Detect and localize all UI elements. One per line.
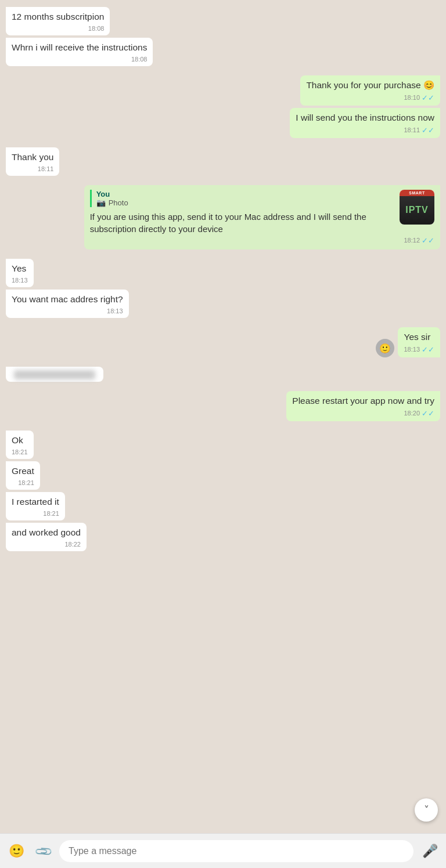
emoji-button[interactable]: 🙂	[6, 841, 27, 862]
msg-time: 18:22	[64, 540, 81, 549]
message-6-quote: You 📷 Photo If you are using this app, s…	[84, 185, 440, 249]
quote-row: You 📷 Photo If you are using this app, s…	[90, 190, 434, 235]
msg-text: I will send you the instructions now	[296, 113, 434, 122]
message-2: Whrn i will receive the instructions 18:…	[6, 38, 153, 66]
message-8: You want mac addres right? 18:13	[6, 290, 129, 318]
message-11: Please restart your app now and try 18:2…	[286, 391, 440, 421]
msg-time: 18:12	[404, 237, 420, 244]
mic-icon: 🎤	[422, 844, 438, 859]
read-ticks: ✓✓	[422, 408, 434, 419]
msg-time: 18:11	[404, 126, 420, 135]
msg-time: 18:08	[131, 55, 148, 64]
msg-time: 18:21	[18, 479, 34, 487]
camera-icon: 📷	[96, 198, 106, 207]
msg-text: Yes sir	[404, 332, 430, 342]
message-9-row: 🙂 Yes sir 18:13 ✓✓	[6, 327, 440, 357]
paperclip-icon: 📎	[33, 841, 53, 861]
quote-preview-text: Photo	[109, 198, 128, 207]
msg-text: 12 months subscritpion	[12, 12, 104, 21]
read-ticks: ✓✓	[422, 345, 434, 355]
msg-text: and worked good	[12, 527, 81, 537]
quote-preview: 📷 Photo	[96, 198, 396, 207]
chat-area: 12 months subscritpion 18:08 Whrn i will…	[0, 0, 446, 833]
quote-author: You	[96, 190, 396, 198]
emoji-icon: 🙂	[9, 844, 24, 859]
msg-text: Thank you for your purchase 😊	[306, 80, 434, 90]
msg-time: 18:08	[88, 24, 105, 33]
input-bar: 🙂 📎 🎤	[0, 833, 446, 868]
message-5: Thank you 18:11	[6, 147, 59, 176]
avatar-icon: 🙂	[376, 339, 394, 357]
message-13: Great 18:21	[6, 461, 40, 490]
msg-time: 18:21	[12, 448, 28, 457]
read-ticks: ✓✓	[422, 93, 434, 103]
mic-button[interactable]: 🎤	[419, 841, 440, 862]
attach-button[interactable]: 📎	[33, 841, 53, 862]
msg-time: 18:13	[404, 345, 420, 354]
msg-text: Please restart your app now and try	[292, 396, 434, 406]
read-ticks: ✓✓	[422, 236, 434, 245]
msg-time: 18:20	[404, 409, 420, 418]
msg-text: Ok	[12, 435, 23, 445]
msg-time: 18:13	[12, 276, 28, 285]
blurred-name	[14, 370, 95, 379]
message-15: and worked good 18:22	[6, 523, 87, 551]
msg-text: Yes	[12, 263, 26, 273]
scroll-to-bottom-button[interactable]: ˅	[415, 798, 438, 822]
msg-time: 18:11	[38, 165, 54, 173]
message-input[interactable]	[59, 840, 413, 862]
iptv-top-label: SMART	[400, 190, 434, 196]
quote-inner: You 📷 Photo	[90, 190, 396, 207]
msg-text: Whrn i will receive the instructions	[12, 42, 147, 52]
msg-text: Thank you	[12, 152, 53, 162]
iptv-bottom-label: IPTV	[400, 196, 434, 225]
message-1: 12 months subscritpion 18:08	[6, 7, 110, 35]
message-14: I restarted it 18:21	[6, 492, 65, 520]
message-10-blurred	[6, 367, 103, 382]
message-4: I will send you the instructions now 18:…	[290, 108, 440, 138]
msg-time: 18:13	[107, 307, 123, 316]
msg-text: You want mac addres right?	[12, 294, 123, 304]
msg-time: 18:10	[404, 93, 420, 102]
msg-text: I restarted it	[12, 497, 59, 507]
iptv-thumbnail: SMART IPTV	[400, 190, 434, 225]
chevron-down-icon: ˅	[424, 804, 429, 816]
message-3: Thank you for your purchase 😊 18:10 ✓✓	[300, 75, 440, 106]
msg-time: 18:21	[43, 509, 59, 518]
message-7: Yes 18:13	[6, 259, 34, 287]
message-12: Ok 18:21	[6, 431, 34, 459]
message-9: Yes sir 18:13 ✓✓	[398, 327, 440, 357]
msg-text: Great	[12, 466, 34, 476]
read-ticks: ✓✓	[422, 125, 434, 136]
quote-body: If you are using this app, send it to yo…	[90, 211, 396, 235]
